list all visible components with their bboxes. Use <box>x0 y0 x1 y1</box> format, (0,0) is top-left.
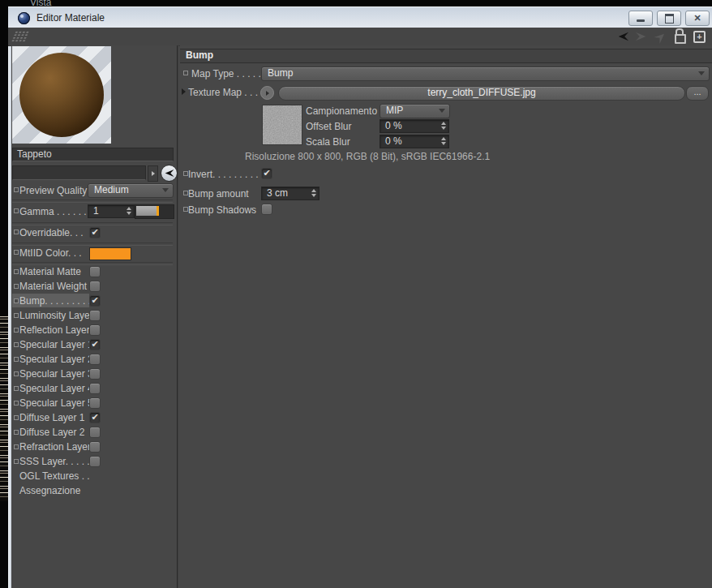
right-triangle-icon <box>266 91 269 96</box>
channel-row[interactable]: Bump. . . . . . . . .✔ <box>11 294 177 308</box>
minimize-button[interactable] <box>628 11 653 26</box>
channel-row[interactable]: Material Matte✔ <box>11 264 177 279</box>
bump-section-header: Bump <box>180 49 712 63</box>
channel-row[interactable]: SSS Layer. . . . . .✔ <box>11 454 177 469</box>
channel-checkbox[interactable]: ✔ <box>89 383 101 394</box>
minimize-icon <box>637 19 645 22</box>
check-icon: ✔ <box>90 412 100 422</box>
param-dot <box>14 298 19 303</box>
window-title: Editor Materiale <box>36 12 105 24</box>
bump-panel: Bump Map Type . . . . . Bump Texture Map… <box>180 45 712 588</box>
titlebar[interactable]: Editor Materiale ✕ <box>8 6 712 29</box>
channel-label: Diffuse Layer 1 <box>19 412 85 423</box>
separator <box>12 242 173 246</box>
channel-row[interactable]: Reflection Layer✔ <box>11 323 177 337</box>
channel-label: Reflection Layer <box>19 324 90 336</box>
channel-label: Refraction Layer <box>19 441 91 453</box>
channel-checkbox[interactable]: ✔ <box>89 354 101 365</box>
shader-input[interactable] <box>12 165 146 180</box>
channel-checkbox[interactable]: ✔ <box>89 281 101 292</box>
param-dot <box>14 284 19 289</box>
channel-checkbox[interactable]: ✔ <box>89 295 101 307</box>
chevron-down-icon <box>698 71 705 75</box>
channel-row[interactable]: Specular Layer 2✔ <box>11 352 177 367</box>
channel-checkbox[interactable]: ✔ <box>89 324 101 336</box>
offset-blur-input[interactable]: 0 % <box>380 119 449 133</box>
channel-label: Specular Layer 5 <box>19 397 93 409</box>
channel-row[interactable]: Assegnazione <box>11 483 177 498</box>
param-dot <box>14 328 19 333</box>
spinner-icon[interactable] <box>441 122 446 130</box>
channel-checkbox[interactable]: ✔ <box>89 397 101 409</box>
param-dot <box>14 357 19 362</box>
channel-row[interactable]: Material Weight✔ <box>11 279 177 294</box>
invert-checkbox[interactable]: ✔ <box>261 168 272 179</box>
channel-checkbox[interactable]: ✔ <box>89 368 101 380</box>
left-panel: Tappeto Preview Quality Medium Gamma . .… <box>11 45 177 588</box>
slider-handle[interactable] <box>136 206 157 216</box>
maximize-button[interactable] <box>657 11 681 26</box>
map-type-dropdown[interactable]: Bump <box>261 67 710 81</box>
material-editor-window: Editor Materiale ✕ + <box>8 6 712 588</box>
channel-row[interactable]: Luminosity Layer✔ <box>11 308 177 323</box>
param-dot <box>14 430 19 435</box>
param-dot <box>14 187 19 192</box>
channel-row[interactable]: Specular Layer 3✔ <box>11 367 177 381</box>
texture-thumbnail[interactable] <box>262 105 302 145</box>
bump-amount-label: Bump amount <box>188 188 249 200</box>
channel-checkbox[interactable]: ✔ <box>89 441 101 453</box>
campionamento-dropdown[interactable]: MIP <box>380 104 450 118</box>
param-dot <box>14 444 19 449</box>
material-name-input[interactable]: Tappeto <box>12 148 174 161</box>
param-dot <box>14 269 19 274</box>
overridable-checkbox[interactable]: ✔ <box>89 227 101 238</box>
param-dot <box>14 250 19 255</box>
channel-row[interactable]: OGL Textures . . <box>11 469 177 483</box>
browse-button[interactable]: ... <box>686 86 709 101</box>
channel-label: Specular Layer 2 <box>19 354 93 365</box>
channel-checkbox[interactable]: ✔ <box>89 339 101 350</box>
channel-row[interactable]: Specular Layer 4✔ <box>11 381 177 396</box>
material-preview[interactable] <box>12 46 111 144</box>
check-icon: ✔ <box>90 339 100 349</box>
bump-shadows-checkbox[interactable]: ✔ <box>261 204 272 215</box>
check-icon: ✔ <box>90 295 100 305</box>
screen: Vista Editor Materiale ✕ + <box>0 0 712 588</box>
texture-options-button[interactable] <box>260 86 274 100</box>
expander-triangle-icon[interactable] <box>182 88 186 95</box>
channel-row[interactable]: Specular Layer 5✔ <box>11 396 177 410</box>
spinner-icon[interactable] <box>311 189 316 197</box>
channel-checkbox[interactable]: ✔ <box>89 456 101 467</box>
scala-blur-input[interactable]: 0 % <box>380 135 449 148</box>
background-barcode-strip <box>0 316 8 501</box>
channel-row[interactable]: Specular Layer 1✔ <box>11 337 177 352</box>
channel-checkbox[interactable]: ✔ <box>89 412 101 423</box>
param-dot <box>14 342 19 347</box>
channel-checkbox[interactable]: ✔ <box>89 266 101 277</box>
spinner-icon[interactable] <box>441 137 446 145</box>
mtlid-color-swatch[interactable] <box>89 247 131 260</box>
channel-checkbox[interactable]: ✔ <box>89 310 101 321</box>
offset-blur-label: Offset Blur <box>306 121 351 132</box>
scala-blur-label: Scala Blur <box>306 136 350 148</box>
shader-menu-button[interactable] <box>148 165 158 182</box>
pick-shader-button[interactable] <box>161 165 178 182</box>
channel-row[interactable]: Diffuse Layer 1✔ <box>11 410 177 425</box>
overridable-label: Overridable. . . <box>19 227 84 238</box>
bump-amount-input[interactable]: 3 cm <box>261 187 320 200</box>
separator <box>12 222 173 225</box>
close-button[interactable]: ✕ <box>685 11 710 26</box>
channel-label: Bump. . . . . . . . . <box>19 295 91 307</box>
preview-quality-dropdown[interactable]: Medium <box>88 183 174 198</box>
channel-row[interactable]: Diffuse Layer 2✔ <box>11 425 177 440</box>
channel-label: Material Matte <box>19 266 81 277</box>
channel-checkbox[interactable]: ✔ <box>89 427 101 438</box>
channel-row[interactable]: Refraction Layer✔ <box>11 440 177 454</box>
texture-filename-field[interactable]: terry_cloth_DIFFUSE.jpg <box>278 86 685 101</box>
check-icon: ✔ <box>262 168 272 178</box>
bump-shadows-label: Bump Shadows <box>188 204 256 216</box>
gamma-slider[interactable] <box>135 204 174 219</box>
param-dot <box>14 230 19 234</box>
param-dot <box>14 401 19 406</box>
param-dot <box>14 386 19 391</box>
